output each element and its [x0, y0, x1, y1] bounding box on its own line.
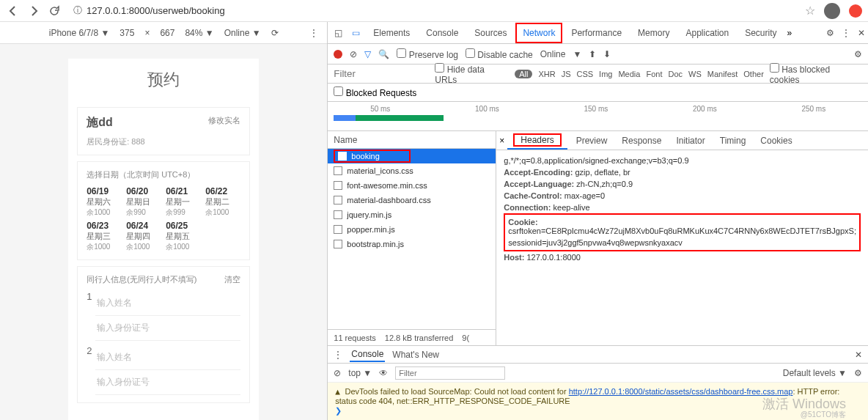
online-select[interactable]: Online ▼ [540, 49, 582, 59]
throttle-select[interactable]: Online ▼ [224, 28, 261, 38]
request-row[interactable]: booking [328, 149, 496, 163]
request-row[interactable]: bootstrap.min.js [328, 237, 496, 251]
id-label: 居民身份证: [87, 137, 129, 146]
more-tabs-icon[interactable]: » [787, 28, 792, 38]
console-tab[interactable]: Console [350, 347, 385, 362]
request-row[interactable]: jquery.min.js [328, 207, 496, 222]
search-icon[interactable]: 🔍 [378, 49, 389, 59]
width-field[interactable]: 375 [119, 28, 134, 38]
settings-icon[interactable]: ⚙ [826, 28, 834, 38]
clear-console-icon[interactable]: ⊘ [334, 368, 341, 378]
preserve-checkbox[interactable]: Preserve log [397, 48, 458, 60]
clear-icon[interactable]: ⊘ [350, 49, 357, 59]
star-icon[interactable]: ☆ [805, 4, 815, 18]
row-number: 2 [87, 345, 95, 395]
request-row[interactable]: material_icons.css [328, 163, 496, 178]
detail-tab-initiator[interactable]: Initiator [670, 132, 710, 150]
height-field[interactable]: 667 [160, 28, 174, 38]
close-details-icon[interactable]: × [499, 136, 504, 146]
inspect-icon[interactable]: ◱ [331, 26, 345, 40]
forward-icon[interactable] [26, 4, 41, 18]
eye-icon[interactable]: 👁 [379, 368, 388, 378]
site-info-icon[interactable]: ⓘ [73, 4, 82, 17]
ext-icon[interactable] [849, 4, 862, 18]
clear-link[interactable]: 清空 [224, 274, 240, 285]
levels-select[interactable]: Default levels ▼ [783, 368, 847, 378]
devtools-tab-network[interactable]: Network [515, 23, 562, 43]
id-input[interactable]: 输入身份证号 [97, 376, 150, 388]
date-cell[interactable]: 06/25星期五余1000 [166, 221, 201, 252]
close-icon[interactable]: ✕ [858, 28, 865, 38]
detail-tab-response[interactable]: Response [616, 132, 667, 150]
devtools-tab-security[interactable]: Security [738, 23, 784, 43]
hide-urls-checkbox[interactable]: Hide data URLs [435, 63, 509, 85]
date-cell[interactable]: 06/21星期一余999 [166, 186, 201, 218]
disable-cache-checkbox[interactable]: Disable cache [466, 48, 533, 60]
request-row[interactable]: material-dashboard.css [328, 193, 496, 207]
devtools-tab-application[interactable]: Application [678, 23, 736, 43]
filter-input[interactable] [334, 68, 429, 79]
console-settings-icon[interactable]: ⚙ [854, 368, 862, 378]
context-select[interactable]: top ▼ [348, 368, 372, 378]
blocked-req-checkbox[interactable]: Blocked Requests [334, 88, 416, 98]
download-icon[interactable]: ⬇ [603, 49, 611, 59]
devtools-tab-console[interactable]: Console [419, 23, 466, 43]
filter-type-js[interactable]: JS [562, 70, 571, 78]
filter-type-all[interactable]: All [515, 70, 532, 78]
user-name: 施dd [87, 116, 113, 128]
detail-tab-cookies[interactable]: Cookies [754, 132, 798, 150]
whatsnew-tab[interactable]: What's New [392, 350, 439, 360]
filter-icon[interactable]: ▽ [364, 49, 371, 59]
blocked-cookies-checkbox[interactable]: Has blocked cookies [770, 63, 862, 85]
upload-icon[interactable]: ⬆ [589, 49, 596, 59]
sourcemap-link[interactable]: http://127.0.0.1:8000/static/assets/css/… [569, 387, 793, 396]
date-cell[interactable]: 06/20星期日余990 [126, 186, 161, 218]
zoom-select[interactable]: 84% ▼ [185, 28, 213, 38]
name-input[interactable]: 输入姓名 [97, 297, 132, 309]
rotate-icon[interactable]: ⟳ [271, 28, 279, 38]
date-cell[interactable]: 06/19星期六余1000 [87, 186, 122, 218]
avatar-icon[interactable] [824, 3, 840, 19]
reload-icon[interactable] [47, 4, 62, 18]
date-head: 选择日期（北京时间 UTC+8） [87, 169, 195, 180]
filter-type-manifest[interactable]: Manifest [707, 70, 738, 78]
filter-type-media[interactable]: Media [618, 70, 640, 78]
id-value: 888 [131, 137, 144, 146]
filter-type-other[interactable]: Other [743, 70, 764, 78]
filter-type-font[interactable]: Font [646, 70, 662, 78]
drawer-menu-icon[interactable]: ⋮ [334, 350, 342, 360]
console-filter-input[interactable] [395, 366, 505, 380]
date-cell[interactable]: 06/24星期四余1000 [126, 221, 161, 252]
detail-tab-preview[interactable]: Preview [570, 132, 614, 150]
date-cell[interactable]: 06/23星期三余1000 [87, 221, 122, 252]
devtools-tab-sources[interactable]: Sources [467, 23, 514, 43]
filter-type-doc[interactable]: Doc [668, 70, 683, 78]
filter-type-img[interactable]: Img [599, 70, 612, 78]
name-column-header[interactable]: Name [328, 131, 496, 149]
devtools-tab-performance[interactable]: Performance [564, 23, 629, 43]
id-input[interactable]: 输入身份证号 [97, 322, 150, 334]
devtools-tab-elements[interactable]: Elements [366, 23, 417, 43]
edit-name-link[interactable]: 修改实名 [208, 115, 240, 126]
companion-head: 同行人信息(无同行人时不填写) [87, 274, 196, 285]
menu-icon[interactable]: ⋮ [842, 28, 850, 38]
device-select[interactable]: iPhone 6/7/8 ▼ [49, 28, 110, 38]
device-toggle-icon[interactable]: ▭ [348, 26, 363, 40]
date-cell[interactable]: 06/22星期二余1000 [205, 186, 240, 218]
close-drawer-icon[interactable]: ✕ [855, 350, 862, 360]
settings-icon[interactable]: ⚙ [854, 49, 862, 59]
filter-type-ws[interactable]: WS [688, 70, 702, 78]
url-bar[interactable]: ⓘ 127.0.0.1:8000/userweb/booking [67, 2, 799, 20]
filter-type-xhr[interactable]: XHR [538, 70, 555, 78]
back-icon[interactable] [6, 4, 21, 18]
more-icon[interactable]: ⋮ [309, 28, 318, 38]
devtools-tab-memory[interactable]: Memory [630, 23, 677, 43]
detail-tab-timing[interactable]: Timing [714, 132, 752, 150]
timeline[interactable]: 50 ms100 ms150 ms200 ms250 ms [328, 102, 868, 131]
request-row[interactable]: popper.min.js [328, 222, 496, 237]
detail-tab-headers[interactable]: Headers [507, 132, 567, 150]
filter-type-css[interactable]: CSS [576, 70, 593, 78]
name-input[interactable]: 输入姓名 [97, 351, 132, 364]
record-icon[interactable] [334, 50, 342, 59]
request-row[interactable]: font-awesome.min.css [328, 178, 496, 193]
